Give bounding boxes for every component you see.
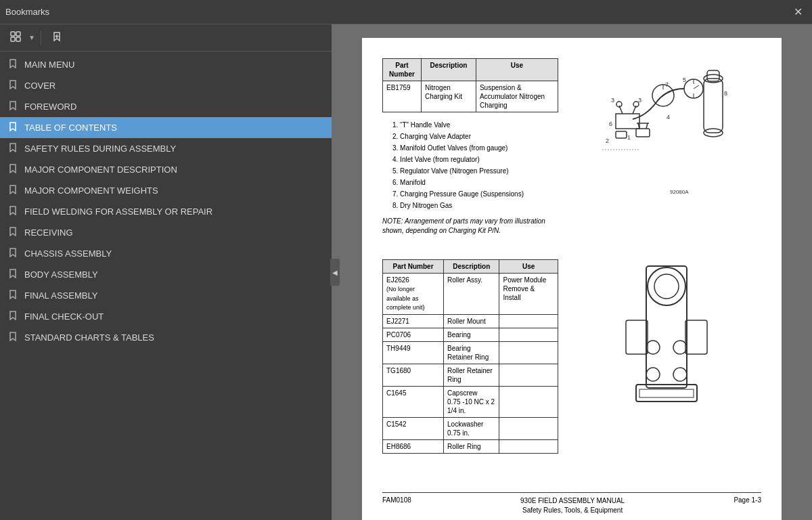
bookmark-icon [9,311,19,322]
bookmark-icon [9,59,19,70]
svg-text:6: 6 [609,121,612,127]
expand-dropdown-arrow[interactable]: ▼ [28,34,35,41]
svg-text:8: 8 [724,90,727,97]
bookmark-icon [9,143,19,154]
list-item: 5. Regulator Valve (Nitrogen Pressure) [392,165,558,177]
top-table-area: Part Number Description Use EB1759 Nitro… [382,58,558,246]
sidebar-item-label: RECEIVING [24,228,73,238]
close-button[interactable]: ✕ [790,4,807,20]
svg-text:1: 1 [627,134,631,141]
list-item: 4. Inlet Valve (from regulator) [392,154,558,165]
svg-line-30 [646,123,648,129]
table-row: C1542 Lockwasher0.75 in. [383,418,558,440]
col-header-desc2: Description [444,260,499,274]
note-text: NOTE: Arrangement of parts may vary from… [382,217,558,236]
bookmark-icon [9,269,19,280]
svg-text:4: 4 [667,114,670,121]
svg-line-14 [694,85,699,89]
sidebar-item-cover[interactable]: COVER [0,75,332,96]
content-area: Part Number Description Use EB1759 Nitro… [332,24,812,520]
svg-rect-47 [626,320,648,354]
footer-center: 930E FIELD ASSEMBLY MANUAL Safety Rules,… [520,496,625,515]
table-row: PC0706 Bearing [383,328,558,342]
part-number: EB1759 [383,81,422,112]
bookmark-icon [9,206,19,217]
bottom-table-area: Part Number Description Use EJ2626(No lo… [382,259,558,460]
svg-text:7: 7 [665,81,669,88]
sidebar-item-label: COVER [24,81,55,91]
sidebar-item-final-checkout[interactable]: FINAL CHECK-OUT [0,306,332,327]
sidebar-item-field-welding[interactable]: FIELD WELDING FOR ASSEMBLY OR REPAIR [0,201,332,222]
svg-text:2: 2 [606,137,609,144]
bookmark-list: MAIN MENUCOVERFOREWORDTABLE OF CONTENTSS… [0,51,332,520]
svg-rect-46 [639,389,694,397]
part-number: EJ2271 [383,315,444,328]
expand-button[interactable] [5,28,26,47]
part-number: EH8686 [383,440,444,454]
part-number: PC0706 [383,328,444,342]
bookmark-add-button[interactable] [47,28,67,47]
sidebar-item-label: STANDARD CHARTS & TABLES [24,332,154,343]
sidebar-item-standard-charts[interactable]: STANDARD CHARTS & TABLES [0,327,332,348]
part-number: EJ2626(No longer available as complete u… [383,274,444,315]
svg-point-43 [673,341,687,354]
part-number: TG1680 [383,364,444,387]
sidebar-item-major-component[interactable]: MAJOR COMPONENT DESCRIPTION [0,159,332,180]
svg-rect-48 [685,320,707,354]
collapse-arrow[interactable]: ◀ [330,259,340,286]
svg-rect-3 [16,37,20,41]
bookmark-icon [9,164,19,175]
sidebar-item-safety[interactable]: SAFETY RULES DURING ASSEMBLY [0,138,332,159]
use: Suspension & Accumulator Nitrogen Chargi… [476,81,558,112]
sidebar-item-label: FOREWORD [24,102,76,112]
col-header-use: Use [476,59,558,81]
bookmark-icon [9,248,19,259]
svg-rect-16 [616,114,639,129]
svg-rect-1 [16,32,20,36]
roller-table: Part Number Description Use EJ2626(No lo… [382,259,558,454]
svg-point-41 [646,341,660,354]
svg-rect-2 [11,37,15,41]
bookmark-icon [9,332,19,343]
sidebar-item-label: BODY ASSEMBLY [24,269,98,280]
sidebar-item-label: MAIN MENU [24,60,74,70]
sidebar-item-body[interactable]: BODY ASSEMBLY [0,264,332,285]
toolbar-divider [41,31,41,45]
svg-text:3: 3 [638,97,641,104]
svg-rect-9 [707,70,719,81]
sidebar-item-major-weights[interactable]: MAJOR COMPONENT WEIGHTS [0,180,332,201]
description: Roller Assy. [444,274,499,315]
svg-rect-0 [11,32,15,36]
table-row: C1645 Capscrew0.75 -10 NC x 2 1/4 in. [383,387,558,418]
numbered-list: 1. “T” Handle Valve 2. Charging Valve Ad… [392,119,558,211]
use [499,364,558,387]
sidebar-item-main-menu[interactable]: MAIN MENU [0,54,332,75]
bookmark-icon [9,101,19,112]
sidebar-item-toc[interactable]: TABLE OF CONTENTS [0,117,332,138]
sidebar-item-foreword[interactable]: FOREWORD [0,96,332,117]
sidebar-item-label: MAJOR COMPONENT DESCRIPTION [24,165,177,175]
sidebar-toolbar: ▼ [0,24,332,51]
roller-diagram [572,259,761,460]
use [499,315,558,328]
svg-point-42 [646,368,660,381]
description: Roller Ring [444,440,499,454]
list-item: 6. Manifold [392,177,558,188]
sidebar-item-receiving[interactable]: RECEIVING [0,222,332,243]
page-footer: FAM0108 930E FIELD ASSEMBLY MANUAL Safet… [382,492,761,515]
sidebar-item-label: CHASSIS ASSEMBLY [24,248,112,259]
bookmark-icon [9,290,19,301]
table-row: TH9449 Bearing Retainer Ring [383,342,558,364]
bookmark-icon [9,227,19,238]
list-item: 7. Charging Pressure Gauge (Suspensions) [392,188,558,200]
use [499,440,558,454]
sidebar-item-final-assembly[interactable]: FINAL ASSEMBLY [0,285,332,306]
table-row: TG1680 Roller Retainer Ring [383,364,558,387]
bookmark-icon [9,80,19,91]
part-number: C1645 [383,387,444,418]
bottom-section: Part Number Description Use EJ2626(No lo… [382,259,761,460]
description: Roller Mount [444,315,499,328]
sidebar-item-chassis[interactable]: CHASSIS ASSEMBLY [0,243,332,264]
svg-rect-33 [616,131,627,138]
description: Roller Retainer Ring [444,364,499,387]
